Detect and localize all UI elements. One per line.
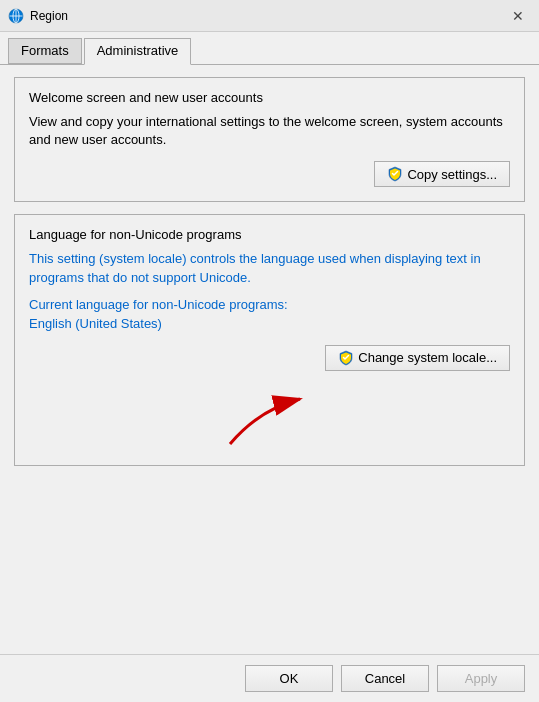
change-locale-row: Change system locale...	[29, 345, 510, 371]
copy-settings-row: Copy settings...	[29, 161, 510, 187]
region-icon	[8, 8, 24, 24]
ok-button[interactable]: OK	[245, 665, 333, 692]
apply-label: Apply	[465, 671, 498, 686]
arrow-container	[29, 371, 510, 451]
welcome-section-title: Welcome screen and new user accounts	[29, 90, 510, 105]
current-language-value: English (United States)	[29, 316, 510, 331]
main-content: Welcome screen and new user accounts Vie…	[0, 65, 539, 654]
cancel-button[interactable]: Cancel	[341, 665, 429, 692]
arrow-indicator	[220, 379, 320, 449]
welcome-section-description: View and copy your international setting…	[29, 113, 510, 149]
shield-icon-locale	[338, 350, 354, 366]
language-section-description: This setting (system locale) controls th…	[29, 250, 510, 286]
shield-icon	[387, 166, 403, 182]
change-system-locale-button[interactable]: Change system locale...	[325, 345, 510, 371]
window-title: Region	[30, 9, 505, 23]
language-section: Language for non-Unicode programs This s…	[14, 214, 525, 465]
close-button[interactable]: ✕	[505, 6, 531, 26]
tab-administrative[interactable]: Administrative	[84, 38, 192, 65]
cancel-label: Cancel	[365, 671, 405, 686]
welcome-section: Welcome screen and new user accounts Vie…	[14, 77, 525, 202]
language-section-title: Language for non-Unicode programs	[29, 227, 510, 242]
footer: OK Cancel Apply	[0, 654, 539, 702]
title-bar: Region ✕	[0, 0, 539, 32]
ok-label: OK	[280, 671, 299, 686]
tab-bar: Formats Administrative	[0, 32, 539, 65]
current-language-label: Current language for non-Unicode program…	[29, 297, 510, 312]
change-system-locale-label: Change system locale...	[358, 350, 497, 365]
tab-formats[interactable]: Formats	[8, 38, 82, 64]
copy-settings-label: Copy settings...	[407, 167, 497, 182]
copy-settings-button[interactable]: Copy settings...	[374, 161, 510, 187]
apply-button[interactable]: Apply	[437, 665, 525, 692]
